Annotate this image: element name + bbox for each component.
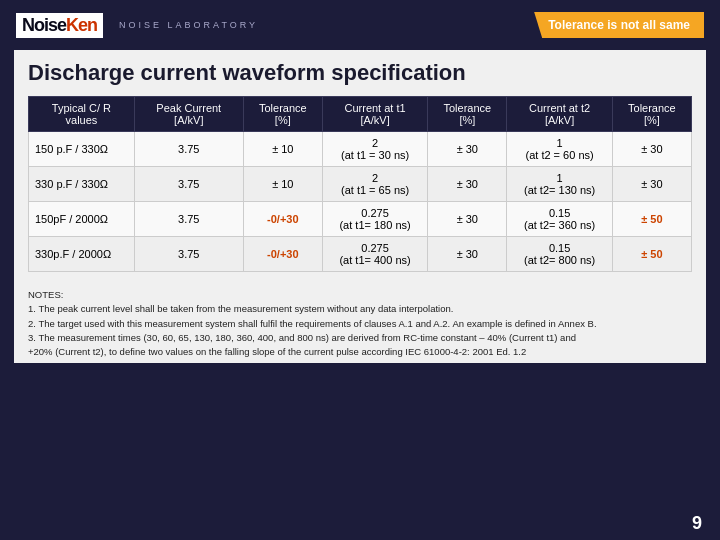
- notes-line: 2. The target used with this measurement…: [28, 317, 692, 331]
- table-row: 150pF / 2000Ω3.75-0/+300.275 (at t1= 180…: [29, 202, 692, 237]
- notes-section: NOTES: 1. The peak current level shall b…: [14, 282, 706, 363]
- col-header-tol2: Tolerance [%]: [428, 97, 507, 132]
- tolerance-badge: Tolerance is not all same: [534, 12, 704, 38]
- page-title: Discharge current waveform specification: [28, 60, 692, 86]
- spec-table: Typical C/ R values Peak Current [A/kV] …: [28, 96, 692, 272]
- content-area: Discharge current waveform specification…: [14, 50, 706, 282]
- table-row: 150 p.F / 330Ω3.75± 102 (at t1 = 30 ns)±…: [29, 132, 692, 167]
- logo-area: NoiseKen NOISE LABORATORY: [16, 13, 258, 38]
- table-row: 330 p.F / 330Ω3.75± 102 (at t1 = 65 ns)±…: [29, 167, 692, 202]
- notes-line: 3. The measurement times (30, 60, 65, 13…: [28, 331, 692, 345]
- logo-subtitle: NOISE LABORATORY: [119, 20, 258, 30]
- logo-noise: Noise: [22, 15, 66, 36]
- header: NoiseKen NOISE LABORATORY Tolerance is n…: [0, 0, 720, 50]
- footer-page-number: 9: [692, 513, 702, 534]
- table-row: 330p.F / 2000Ω3.75-0/+300.275 (at t1= 40…: [29, 237, 692, 272]
- col-header-typical: Typical C/ R values: [29, 97, 135, 132]
- logo-box: NoiseKen: [16, 13, 103, 38]
- col-header-t2: Current at t2 [A/kV]: [507, 97, 612, 132]
- col-header-peak: Peak Current [A/kV]: [134, 97, 243, 132]
- logo-ken: Ken: [66, 15, 97, 36]
- notes-line: +20% (Current t2), to define two values …: [28, 345, 692, 359]
- col-header-t1: Current at t1 [A/kV]: [322, 97, 427, 132]
- col-header-tol1: Tolerance [%]: [243, 97, 322, 132]
- notes-line: 1. The peak current level shall be taken…: [28, 302, 692, 316]
- notes-label: NOTES:: [28, 288, 692, 302]
- main-container: NoiseKen NOISE LABORATORY Tolerance is n…: [0, 0, 720, 540]
- col-header-tol3: Tolerance [%]: [612, 97, 691, 132]
